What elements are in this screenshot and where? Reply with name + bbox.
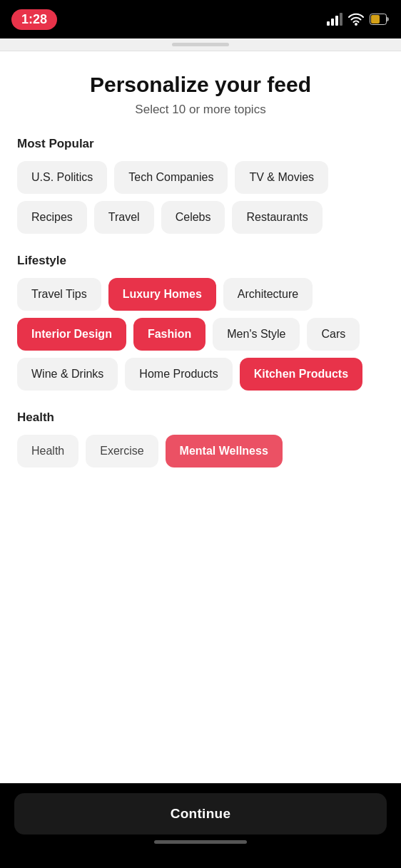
tag-fashion[interactable]: Fashion bbox=[133, 318, 205, 351]
tag-health[interactable]: Health bbox=[17, 435, 78, 467]
status-time: 1:28 bbox=[11, 9, 57, 30]
home-indicator bbox=[14, 835, 387, 847]
svg-rect-2 bbox=[335, 16, 338, 26]
tag-exercise[interactable]: Exercise bbox=[86, 435, 158, 467]
continue-button-wrapper: Continue bbox=[0, 783, 401, 868]
section-lifestyle: Lifestyle Travel Tips Luxury Homes Archi… bbox=[17, 254, 384, 391]
tag-restaurants[interactable]: Restaurants bbox=[232, 201, 322, 234]
home-bar bbox=[154, 840, 247, 844]
signal-icon bbox=[327, 13, 342, 26]
tag-wine-drinks[interactable]: Wine & Drinks bbox=[17, 358, 118, 391]
tag-home-products[interactable]: Home Products bbox=[125, 358, 232, 391]
tag-architecture[interactable]: Architecture bbox=[223, 278, 313, 311]
tags-container-most-popular: U.S. Politics Tech Companies TV & Movies… bbox=[17, 161, 384, 234]
section-label-health: Health bbox=[17, 410, 384, 425]
section-health: Health Health Exercise Mental Wellness bbox=[17, 410, 384, 467]
tag-mens-style[interactable]: Men's Style bbox=[213, 318, 300, 351]
continue-button[interactable]: Continue bbox=[14, 793, 387, 835]
tag-travel-tips[interactable]: Travel Tips bbox=[17, 278, 101, 311]
svg-rect-1 bbox=[331, 19, 334, 26]
page-title: Personalize your feed bbox=[17, 73, 384, 97]
tag-travel[interactable]: Travel bbox=[94, 201, 154, 234]
tag-recipes[interactable]: Recipes bbox=[17, 201, 87, 234]
tags-container-lifestyle: Travel Tips Luxury Homes Architecture In… bbox=[17, 278, 384, 391]
tag-us-politics[interactable]: U.S. Politics bbox=[17, 161, 107, 194]
tag-luxury-homes[interactable]: Luxury Homes bbox=[108, 278, 216, 311]
svg-rect-3 bbox=[340, 13, 342, 26]
battery-icon bbox=[370, 14, 390, 25]
tag-mental-wellness[interactable]: Mental Wellness bbox=[166, 435, 283, 467]
tag-tech-companies[interactable]: Tech Companies bbox=[114, 161, 228, 194]
tag-celebs[interactable]: Celebs bbox=[161, 201, 225, 234]
section-most-popular: Most Popular U.S. Politics Tech Companie… bbox=[17, 137, 384, 234]
section-label-lifestyle: Lifestyle bbox=[17, 254, 384, 268]
tags-container-health: Health Exercise Mental Wellness bbox=[17, 435, 384, 467]
wifi-icon bbox=[348, 13, 364, 26]
section-label-most-popular: Most Popular bbox=[17, 137, 384, 151]
tag-tv-movies[interactable]: TV & Movies bbox=[235, 161, 328, 194]
page-subtitle: Select 10 or more topics bbox=[17, 103, 384, 117]
scroll-bar bbox=[172, 43, 229, 46]
main-content: Personalize your feed Select 10 or more … bbox=[0, 51, 401, 482]
tag-interior-design[interactable]: Interior Design bbox=[17, 318, 126, 351]
svg-rect-5 bbox=[371, 15, 380, 24]
svg-rect-0 bbox=[327, 21, 330, 26]
scroll-indicator bbox=[0, 38, 401, 51]
tag-kitchen-products[interactable]: Kitchen Products bbox=[240, 358, 362, 391]
status-bar: 1:28 bbox=[0, 0, 401, 38]
tag-cars[interactable]: Cars bbox=[307, 318, 360, 351]
status-icons bbox=[327, 13, 390, 26]
